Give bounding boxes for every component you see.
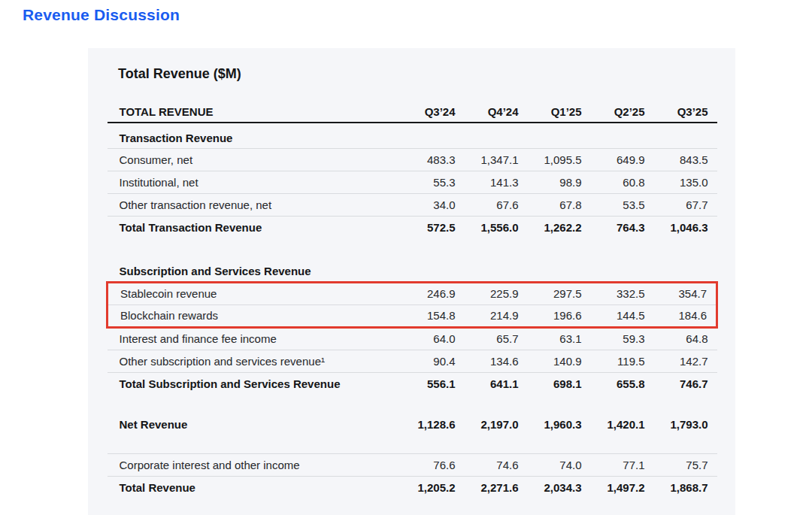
cell-value: 74.0 xyxy=(519,453,582,476)
cell-value: 34.0 xyxy=(392,193,456,216)
row-label: Other transaction revenue, net xyxy=(108,193,392,216)
table-row: Institutional, net55.3141.398.960.8135.0 xyxy=(108,171,717,193)
column-header: Q1’25 xyxy=(519,101,582,123)
row-label: Total Subscription and Services Revenue xyxy=(108,372,392,395)
cell-value: 1,497.2 xyxy=(582,476,645,498)
row-label: Net Revenue xyxy=(108,413,392,435)
section-label: Subscription and Services Revenue xyxy=(108,256,717,282)
cell-value: 1,095.5 xyxy=(519,148,582,171)
cell-value: 746.7 xyxy=(645,372,717,395)
cell-value: 74.6 xyxy=(456,453,519,476)
cell-value: 1,262.2 xyxy=(519,216,582,238)
row-label: Total Transaction Revenue xyxy=(108,216,392,238)
spacer-row xyxy=(108,238,717,256)
row-label: Stablecoin revenue xyxy=(108,282,392,304)
cell-value: 1,046.3 xyxy=(645,216,717,238)
row-label: Institutional, net xyxy=(108,171,392,193)
table-row: Other subscription and services revenue¹… xyxy=(108,350,717,372)
cell-value: 354.7 xyxy=(645,282,717,304)
row-label: Interest and finance fee income xyxy=(108,327,392,350)
cell-value: 764.3 xyxy=(582,216,645,238)
column-header: Q4’24 xyxy=(456,101,519,123)
row-label: Other subscription and services revenue¹ xyxy=(108,350,392,372)
cell-value: 90.4 xyxy=(392,350,456,372)
cell-value: 64.8 xyxy=(645,327,717,350)
cell-value: 649.9 xyxy=(582,148,645,171)
cell-value: 142.7 xyxy=(645,350,717,372)
cell-value: 55.3 xyxy=(392,171,456,193)
cell-value: 655.8 xyxy=(582,372,645,395)
cell-value: 1,420.1 xyxy=(582,413,645,435)
row-label: Corporate interest and other income xyxy=(108,453,392,476)
spacer-row xyxy=(108,435,717,453)
cell-value: 154.8 xyxy=(392,304,456,327)
cell-value: 67.8 xyxy=(519,193,582,216)
cell-value: 2,271.6 xyxy=(456,476,519,498)
cell-value: 76.6 xyxy=(392,453,456,476)
table-row: Other transaction revenue, net34.067.667… xyxy=(108,193,717,216)
cell-value: 77.1 xyxy=(582,453,645,476)
cell-value: 140.9 xyxy=(519,350,582,372)
cell-value: 556.1 xyxy=(392,372,456,395)
revenue-panel: Total Revenue ($M) TOTAL REVENUE Q3’24Q4… xyxy=(88,48,735,515)
table-header-label: TOTAL REVENUE xyxy=(108,101,392,123)
cell-value: 2,197.0 xyxy=(456,413,519,435)
table-row: Consumer, net483.31,347.11,095.5649.9843… xyxy=(108,148,717,171)
cell-value: 214.9 xyxy=(456,304,519,327)
revenue-table: TOTAL REVENUE Q3’24Q4’24Q1’25Q2’25Q3’25 … xyxy=(106,101,718,498)
table-row: Total Revenue1,205.22,271.62,034.31,497.… xyxy=(108,476,717,498)
cell-value: 135.0 xyxy=(645,171,717,193)
cell-value: 98.9 xyxy=(519,171,582,193)
cell-value: 75.7 xyxy=(645,453,717,476)
column-header: Q3’24 xyxy=(392,101,456,123)
column-header: Q2’25 xyxy=(582,101,645,123)
spacer-row xyxy=(108,395,717,413)
table-row: Transaction Revenue xyxy=(108,123,717,148)
cell-value: 1,960.3 xyxy=(519,413,582,435)
revenue-table-body: Transaction RevenueConsumer, net483.31,3… xyxy=(108,123,717,498)
cell-value: 1,868.7 xyxy=(645,476,717,498)
cell-value: 134.6 xyxy=(456,350,519,372)
cell-value: 1,128.6 xyxy=(392,413,456,435)
table-row: Subscription and Services Revenue xyxy=(108,256,717,282)
table-row: Total Subscription and Services Revenue5… xyxy=(108,372,717,395)
cell-value: 67.7 xyxy=(645,193,717,216)
cell-value: 297.5 xyxy=(519,282,582,304)
cell-value: 2,034.3 xyxy=(519,476,582,498)
cell-value: 1,556.0 xyxy=(456,216,519,238)
cell-value: 1,793.0 xyxy=(645,413,717,435)
table-title: Total Revenue ($M) xyxy=(118,66,718,82)
cell-value: 225.9 xyxy=(456,282,519,304)
section-label: Transaction Revenue xyxy=(108,123,717,148)
table-row: Blockchain rewards154.8214.9196.6144.518… xyxy=(108,304,717,327)
cell-value: 641.1 xyxy=(456,372,519,395)
table-row: Interest and finance fee income64.065.76… xyxy=(108,327,717,350)
cell-value: 141.3 xyxy=(456,171,519,193)
cell-value: 698.1 xyxy=(519,372,582,395)
cell-value: 572.5 xyxy=(392,216,456,238)
cell-value: 184.6 xyxy=(645,304,717,327)
cell-value: 1,205.2 xyxy=(392,476,456,498)
cell-value: 53.5 xyxy=(582,193,645,216)
cell-value: 1,347.1 xyxy=(456,148,519,171)
cell-value: 67.6 xyxy=(456,193,519,216)
cell-value: 483.3 xyxy=(392,148,456,171)
cell-value: 60.8 xyxy=(582,171,645,193)
column-header: Q3’25 xyxy=(645,101,717,123)
page-title: Revenue Discussion xyxy=(23,6,180,24)
cell-value: 59.3 xyxy=(582,327,645,350)
cell-value: 843.5 xyxy=(645,148,717,171)
table-row: Net Revenue1,128.62,197.01,960.31,420.11… xyxy=(108,413,717,435)
table-row: Corporate interest and other income76.67… xyxy=(108,453,717,476)
cell-value: 332.5 xyxy=(582,282,645,304)
cell-value: 65.7 xyxy=(456,327,519,350)
table-row: Stablecoin revenue246.9225.9297.5332.535… xyxy=(108,282,717,304)
row-label: Total Revenue xyxy=(108,476,392,498)
cell-value: 119.5 xyxy=(582,350,645,372)
cell-value: 144.5 xyxy=(582,304,645,327)
cell-value: 196.6 xyxy=(519,304,582,327)
row-label: Consumer, net xyxy=(108,148,392,171)
table-row: Total Transaction Revenue572.51,556.01,2… xyxy=(108,216,717,238)
cell-value: 63.1 xyxy=(519,327,582,350)
table-header-row: TOTAL REVENUE Q3’24Q4’24Q1’25Q2’25Q3’25 xyxy=(108,101,717,123)
